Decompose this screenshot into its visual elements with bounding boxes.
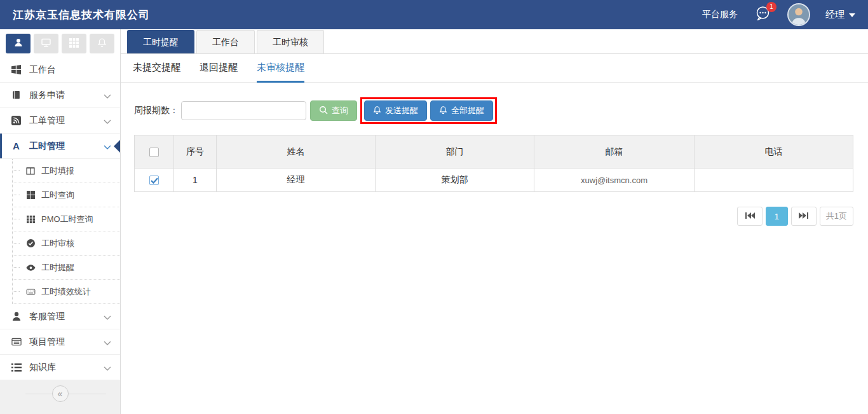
chevron-down-icon — [104, 337, 111, 347]
subtab-unreviewed[interactable]: 未审核提醒 — [257, 54, 304, 83]
row-email: xuwj@itsmcn.com — [534, 169, 695, 192]
sidebar-item-label: 知识库 — [29, 362, 56, 373]
search-icon — [319, 106, 328, 116]
submenu-item-worktime-query[interactable]: 工时查询 — [13, 183, 120, 207]
submenu-item-pmo-worktime-query[interactable]: PMO工时查询 — [13, 207, 120, 231]
ordered-list-icon — [11, 363, 22, 372]
sidebar-toggle-group — [0, 29, 120, 57]
submenu-item-label: 工时提醒 — [41, 262, 74, 273]
sidebar: 工作台 服务申请 工单管理 — [0, 29, 121, 414]
subtab-unsubmitted[interactable]: 未提交提醒 — [133, 54, 180, 83]
row-checkbox[interactable] — [149, 176, 159, 185]
sidebar-item-project-management[interactable]: 项目管理 — [0, 329, 120, 355]
pagination: 1 共1页 — [121, 207, 868, 226]
row-department: 策划部 — [376, 169, 534, 192]
platform-service-link[interactable]: 平台服务 — [702, 9, 738, 20]
book-icon — [11, 90, 22, 100]
col-email: 邮箱 — [534, 135, 695, 169]
filter-bar: 周报期数： 查询 发送提醒 全部提醒 — [134, 97, 868, 124]
notification-badge: 1 — [766, 2, 776, 12]
all-reminder-button[interactable]: 全部提醒 — [430, 100, 493, 121]
toggle-grid-button[interactable] — [62, 34, 86, 53]
weekly-report-input[interactable] — [181, 101, 306, 120]
toggle-bell-button[interactable] — [90, 34, 114, 53]
submenu-item-label: 工时绩效统计 — [41, 286, 91, 298]
caret-down-icon — [849, 13, 855, 17]
squares-icon — [25, 191, 36, 199]
row-phone — [695, 169, 853, 192]
tab-workbench[interactable]: 工作台 — [196, 30, 255, 53]
submenu-item-worktime-fill[interactable]: 工时填报 — [13, 159, 120, 183]
chevron-down-icon — [104, 141, 111, 151]
col-name: 姓名 — [217, 135, 376, 169]
sidebar-filler — [0, 407, 120, 414]
row-checkbox-cell — [135, 169, 174, 192]
user-name: 经理 — [825, 9, 844, 21]
topbar: 江苏京玉信息技术有限公司 平台服务 1 经理 — [0, 0, 868, 29]
sidebar-item-workbench[interactable]: 工作台 — [0, 57, 120, 83]
subtab-returned[interactable]: 退回提醒 — [200, 54, 238, 83]
keyboard-icon — [25, 289, 36, 295]
query-button[interactable]: 查询 — [310, 100, 357, 121]
rss-icon — [11, 116, 22, 125]
sidebar-item-customer-service[interactable]: 客服管理 — [0, 304, 120, 329]
submenu-item-label: PMO工时查询 — [41, 214, 93, 225]
chevron-down-icon — [104, 116, 111, 126]
company-title: 江苏京玉信息技术有限公司 — [0, 8, 150, 22]
form-icon — [25, 167, 36, 175]
total-pages-label: 共1页 — [820, 207, 853, 226]
tab-worktime-reminder[interactable]: 工时提醒 — [127, 30, 194, 53]
send-reminder-button[interactable]: 发送提醒 — [364, 100, 427, 121]
user-menu[interactable]: 经理 — [825, 9, 855, 21]
sidebar-item-label: 服务申请 — [29, 90, 65, 101]
sidebar-item-worktime-management[interactable]: A 工时管理 — [0, 134, 120, 159]
chevron-down-icon — [104, 312, 111, 322]
windows-icon — [11, 65, 22, 74]
table-row: 1 经理 策划部 xuwj@itsmcn.com — [135, 169, 853, 192]
sidebar-item-label: 工时管理 — [29, 141, 65, 152]
skip-last-icon — [799, 212, 809, 221]
sidebar-menu: 工作台 服务申请 工单管理 — [0, 57, 120, 380]
check-circle-icon — [25, 239, 36, 247]
sidebar-item-service-request[interactable]: 服务申请 — [0, 83, 120, 108]
skip-first-icon — [745, 212, 755, 221]
sidebar-item-ticket-management[interactable]: 工单管理 — [0, 108, 120, 134]
highlight-annotation: 发送提醒 全部提醒 — [360, 97, 497, 124]
submenu-item-label: 工时审核 — [41, 238, 74, 249]
submenu-item-label: 工时填报 — [41, 165, 74, 177]
toggle-user-button[interactable] — [6, 34, 31, 53]
select-all-checkbox[interactable] — [149, 148, 159, 157]
main-content: 工时提醒 工作台 工时审核 未提交提醒 退回提醒 未审核提醒 周报期数： 查询 — [121, 29, 868, 414]
card-icon — [11, 338, 22, 346]
user-icon — [13, 38, 24, 50]
toggle-monitor-button[interactable] — [34, 34, 58, 53]
person-icon — [11, 312, 22, 321]
monitor-icon — [41, 38, 51, 50]
sidebar-collapse-row: « — [0, 380, 120, 407]
worktime-submenu: 工时填报 工时查询 PMO工时查询 — [12, 159, 120, 304]
grid-icon — [69, 38, 79, 50]
last-page-button[interactable] — [791, 207, 817, 226]
subtab-bar: 未提交提醒 退回提醒 未审核提醒 — [121, 54, 868, 83]
row-name: 经理 — [217, 169, 376, 192]
chevron-down-icon — [104, 362, 111, 373]
submenu-item-worktime-performance[interactable]: 工时绩效统计 — [13, 280, 120, 304]
avatar[interactable] — [787, 3, 810, 26]
select-all-cell — [135, 135, 174, 169]
sidebar-item-knowledge-base[interactable]: 知识库 — [0, 355, 120, 380]
submenu-item-worktime-review[interactable]: 工时审核 — [13, 231, 120, 256]
topbar-right: 平台服务 1 经理 — [702, 3, 868, 26]
messages-button[interactable]: 1 — [753, 5, 772, 24]
submenu-item-worktime-reminder[interactable]: 工时提醒 — [13, 256, 120, 280]
row-seq: 1 — [174, 169, 217, 192]
page-1-button[interactable]: 1 — [766, 207, 788, 226]
table-header-row: 序号 姓名 部门 邮箱 电话 — [135, 135, 853, 169]
tab-worktime-review[interactable]: 工时审核 — [257, 30, 324, 53]
collapse-sidebar-button[interactable]: « — [52, 385, 69, 402]
first-page-button[interactable] — [737, 207, 763, 226]
col-phone: 电话 — [695, 135, 853, 169]
sidebar-item-label: 工单管理 — [29, 115, 65, 127]
bell-icon — [439, 106, 447, 116]
sidebar-item-label: 项目管理 — [29, 336, 65, 348]
sidebar-item-label: 客服管理 — [29, 311, 65, 322]
